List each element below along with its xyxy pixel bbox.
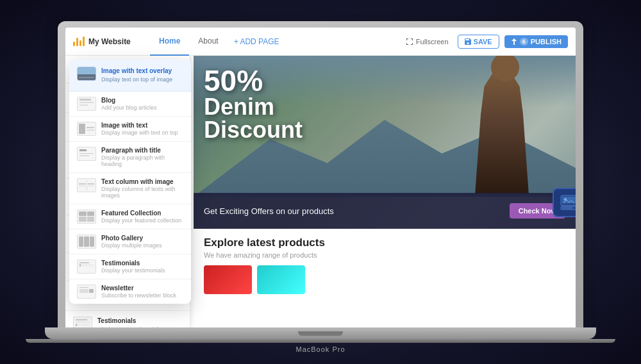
dropdown-icon-blog [77, 97, 96, 111]
logo-area: My Website [73, 37, 150, 46]
image-widget-icon [553, 188, 576, 217]
dropdown-item-blog[interactable]: Blog Add your blog articles [69, 92, 191, 117]
publish-count-badge: 6 [520, 38, 528, 46]
dropdown-icon-featured [77, 210, 96, 224]
dropdown-desc-highlighted: Display text on top of image [101, 76, 172, 84]
logo-icon [73, 37, 85, 46]
dropdown-icon-text-col [77, 178, 96, 192]
dropdown-name-highlighted: Image with text overlay [101, 67, 172, 75]
hero-offer-bar: Get Exciting Offers on our products Chec… [194, 193, 576, 229]
dropdown-icon-image-text [77, 122, 96, 136]
save-button[interactable]: SAVE [458, 35, 499, 49]
dropdown-item-newsletter[interactable]: Newsletter Subscribe to newsletter block [69, 279, 191, 304]
dropdown-item-gallery[interactable]: Photo Gallery Display multiple images [69, 229, 191, 254]
dropdown-item-text-col[interactable]: Text column with image Display columns o… [69, 173, 191, 204]
dropdown-item-image-text[interactable]: Image with text Display image with text … [69, 117, 191, 142]
macbook-label: MacBook Pro [296, 345, 345, 353]
dropdown-info-newsletter: Newsletter Subscribe to newsletter block [101, 285, 176, 299]
main-canvas: 50% Denim Discount Get Exciting Offers o… [194, 56, 576, 327]
laptop-notch [298, 331, 343, 336]
section-name: Testimonials [97, 317, 162, 325]
add-page-button[interactable]: + ADD PAGE [228, 28, 286, 56]
section-desc: Display your testimonials [97, 326, 162, 327]
explore-title: Explore latest products [204, 236, 565, 249]
dropdown-info-paragraph: Paragraph with title Display a paragraph… [101, 147, 183, 167]
save-icon [465, 38, 471, 45]
publish-button[interactable]: 6 PUBLISH [504, 35, 568, 48]
dropdown-icon-highlighted [77, 67, 96, 81]
hero-denim: Denim [204, 95, 303, 119]
dropdown-item-featured[interactable]: Featured Collection Display your feature… [69, 204, 191, 229]
fullscreen-icon [406, 38, 413, 46]
dropdown-info-testimonials: Testimonials Display your testimonials [101, 260, 165, 274]
app-body: 50% Denim Discount Get Exciting Offers o… [65, 56, 576, 327]
dropdown-icon-testimonials [77, 260, 96, 274]
hero-percent: 50% [204, 66, 303, 95]
hero-section: 50% Denim Discount Get Exciting Offers o… [194, 56, 576, 229]
dropdown-icon-paragraph [77, 147, 96, 161]
dropdown-highlighted-item[interactable]: Image with text overlay Display text on … [69, 60, 191, 92]
laptop-screen: My Website Home About + ADD PAGE [65, 28, 576, 327]
product-thumb-cyan [257, 265, 305, 294]
app-header: My Website Home About + ADD PAGE [65, 28, 576, 56]
tab-home[interactable]: Home [150, 28, 189, 56]
section-item-testimonials[interactable]: Testimonials Display your testimonials [65, 311, 190, 327]
hero-text: 50% Denim Discount [204, 66, 303, 142]
explore-section: Explore latest products We have amazing … [194, 229, 576, 302]
nav-tabs: Home About + ADD PAGE [150, 28, 286, 56]
product-thumb-red [204, 265, 252, 294]
dropdown-icon-gallery [77, 235, 96, 249]
section-icon-testimonials [73, 317, 92, 327]
tab-about[interactable]: About [189, 28, 227, 56]
floating-sections-dropdown: Image with text overlay Display text on … [69, 60, 191, 304]
fullscreen-button[interactable]: Fullscreen [402, 36, 453, 47]
image-section-icon [560, 195, 576, 210]
dropdown-info-featured: Featured Collection Display your feature… [101, 210, 181, 224]
hero-discount: Discount [204, 119, 303, 142]
dropdown-info-blog: Blog Add your blog articles [101, 97, 157, 111]
dropdown-icon-newsletter [77, 285, 96, 299]
dropdown-info-image-text: Image with text Display image with text … [101, 122, 178, 136]
logo-name: My Website [88, 37, 131, 46]
dropdown-info-text-col: Text column with image Display columns o… [101, 178, 183, 199]
dropdown-info-highlighted: Image with text overlay Display text on … [101, 67, 172, 84]
publish-icon [511, 38, 517, 45]
dropdown-item-paragraph[interactable]: Paragraph with title Display a paragraph… [69, 142, 191, 173]
explore-subtitle: We have amazing range of products [204, 251, 565, 259]
svg-rect-4 [562, 208, 572, 209]
dropdown-item-testimonials[interactable]: Testimonials Display your testimonials [69, 254, 191, 279]
header-actions: Fullscreen SAVE 6 [402, 35, 568, 49]
product-thumbnails [204, 265, 565, 294]
section-info-testimonials: Testimonials Display your testimonials [97, 317, 162, 327]
hero-offer-text: Get Exciting Offers on our products [204, 206, 334, 216]
dropdown-info-gallery: Photo Gallery Display multiple images [101, 235, 162, 249]
